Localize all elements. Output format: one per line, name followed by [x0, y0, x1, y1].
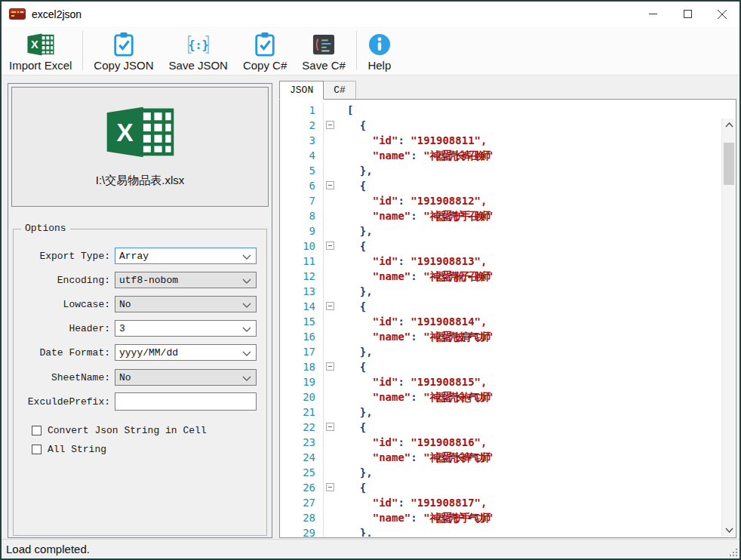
fold-marker-icon[interactable]	[326, 181, 334, 189]
tab-csharp[interactable]: C#	[323, 81, 356, 99]
excel-file-dropzone[interactable]: X I:\交易物品表.xlsx	[11, 87, 269, 207]
code-line: 28 "name": "神器蛋壳护手-气功师"	[281, 510, 721, 525]
fold-column	[323, 238, 338, 254]
sheetname-select[interactable]: No	[115, 369, 257, 386]
chevron-down-icon	[242, 303, 251, 308]
tab-json[interactable]: JSON	[279, 81, 324, 100]
fold-column	[323, 465, 338, 480]
fold-column	[323, 223, 338, 238]
all-string-checkbox[interactable]	[32, 445, 42, 454]
code-line: 8 "name": "神器蛋壳护手-召唤师"	[281, 208, 721, 223]
line-number: 9	[281, 223, 323, 238]
fold-marker-icon[interactable]	[326, 483, 334, 491]
line-number: 2	[281, 118, 323, 133]
fold-column	[323, 374, 338, 389]
fold-marker-icon[interactable]	[326, 302, 334, 310]
editor-tabstrip: JSON C#	[279, 81, 355, 99]
date-format-value: yyyy/MM/dd	[119, 347, 178, 358]
code-line: 26 {	[281, 480, 721, 495]
line-number: 27	[281, 495, 323, 510]
resize-grip-icon[interactable]	[728, 547, 737, 556]
vertical-scrollbar[interactable]	[721, 118, 735, 537]
convert-json-string-checkbox[interactable]	[32, 426, 42, 435]
lowcase-value: No	[119, 299, 131, 310]
code-line: 16 "name": "神器蛋壳披肩-气功师"	[281, 329, 721, 344]
code-text: "id": "191908816",	[338, 435, 487, 450]
code-text: "id": "191908813",	[338, 254, 487, 269]
fold-column	[323, 103, 338, 118]
code-line: 13 },	[281, 284, 721, 299]
code-line: 17 },	[281, 344, 721, 359]
line-number: 19	[281, 374, 323, 389]
app-icon	[9, 8, 26, 20]
fold-column	[323, 525, 338, 537]
options-group-title: Options	[21, 223, 70, 234]
code-line: 7 "id": "191908812",	[281, 193, 721, 208]
lowcase-label: Lowcase:	[14, 299, 115, 310]
copy-json-label: Copy JSON	[94, 59, 153, 72]
header-select[interactable]: 3	[115, 320, 257, 337]
minimize-button[interactable]	[635, 2, 670, 26]
code-line: 25 },	[281, 465, 721, 480]
fold-marker-icon[interactable]	[326, 242, 334, 250]
exculdeprefix-input[interactable]	[115, 392, 257, 411]
scroll-down-icon[interactable]	[722, 524, 736, 537]
code-text: "id": "191908815",	[338, 374, 487, 389]
close-button[interactable]	[705, 2, 739, 26]
code-line: 3 "id": "191908811",	[281, 133, 721, 148]
export-type-select[interactable]: Array	[115, 248, 257, 264]
encoding-select[interactable]: utf8-nobom	[115, 272, 257, 288]
fold-column	[323, 193, 338, 208]
code-text: {	[338, 178, 366, 193]
scrollbar-thumb[interactable]	[724, 143, 734, 185]
code-line: 5 },	[281, 163, 721, 178]
code-editor[interactable]: 1[2 {3 "id": "191908811",4 "name": "神器蛋壳…	[281, 100, 721, 537]
svg-text:X: X	[31, 38, 38, 51]
maximize-button[interactable]	[670, 2, 705, 26]
line-number: 4	[281, 148, 323, 163]
json-braces-icon: {:}	[186, 30, 211, 58]
lowcase-select[interactable]: No	[115, 296, 257, 312]
exculdeprefix-label: ExculdePrefix:	[14, 396, 115, 408]
line-number: 17	[281, 344, 323, 359]
line-number: 28	[281, 510, 323, 525]
date-format-select[interactable]: yyyy/MM/dd	[115, 344, 257, 361]
fold-column	[323, 163, 338, 178]
code-line: 27 "id": "191908817",	[281, 495, 721, 510]
fold-marker-icon[interactable]	[326, 121, 334, 129]
save-json-button[interactable]: {:} Save JSON	[161, 28, 235, 73]
line-number: 13	[281, 284, 323, 299]
tab-csharp-label: C#	[334, 85, 346, 96]
import-excel-button[interactable]: X Import Excel	[2, 28, 79, 73]
line-number: 1	[281, 103, 323, 118]
code-text: "name": "神器蛋壳披肩-气功师"	[338, 329, 493, 344]
scroll-up-icon[interactable]	[722, 118, 736, 131]
window-title: excel2json	[32, 8, 81, 20]
fold-marker-icon[interactable]	[326, 362, 334, 371]
chevron-down-icon	[242, 351, 251, 356]
tab-json-label: JSON	[290, 85, 313, 96]
toolbar-separator	[356, 31, 357, 70]
titlebar[interactable]: excel2json	[2, 2, 739, 26]
code-line: 18 {	[281, 359, 721, 374]
copy-csharp-button[interactable]: Copy C#	[235, 28, 294, 73]
sheetname-value: No	[119, 372, 131, 383]
code-text: "name": "神器蛋壳护手-气功师"	[338, 510, 493, 525]
code-text: },	[338, 344, 373, 359]
save-csharp-button[interactable]: Save C#	[294, 28, 353, 73]
copy-json-button[interactable]: Copy JSON	[86, 28, 161, 73]
code-text: "id": "191908814",	[338, 314, 487, 329]
code-line: 24 "name": "神器蛋壳长裤-气功师"	[281, 450, 721, 465]
save-json-label: Save JSON	[169, 59, 228, 72]
fold-marker-icon[interactable]	[326, 423, 334, 431]
help-button[interactable]: Help	[360, 28, 399, 73]
fold-column	[323, 405, 338, 420]
fold-column	[323, 299, 338, 314]
code-line: 4 "name": "神器蛋壳长裤-召唤师"	[281, 148, 721, 163]
fold-column	[323, 314, 338, 329]
code-line: 14 {	[281, 299, 721, 314]
line-number: 16	[281, 329, 323, 344]
clipboard-check-icon	[112, 30, 135, 58]
code-line: 21 },	[281, 405, 721, 420]
code-text: },	[338, 284, 373, 299]
